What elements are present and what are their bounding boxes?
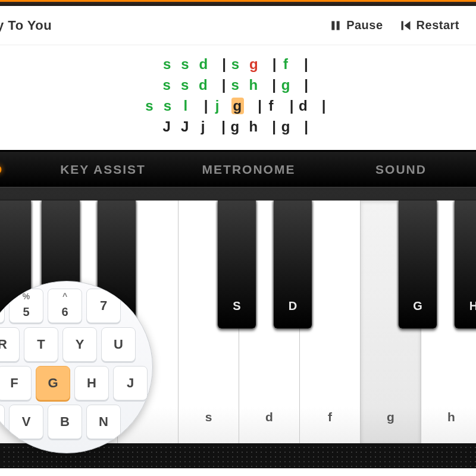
keyboard-hint-key: J [113, 366, 148, 400]
note-token: J [181, 118, 190, 135]
black-key[interactable]: H [455, 201, 476, 328]
keyboard-hint-grid: 4%5^67ERTYUDFGHJCVBN [0, 289, 148, 439]
note-token: s [163, 56, 172, 73]
header-buttons: Pause Restart [330, 18, 459, 32]
song-title: y To You [0, 18, 52, 33]
tab-metronome[interactable]: METRONOME [171, 162, 326, 177]
note-token: l [181, 98, 190, 114]
keyboard-hint-key: Y [62, 327, 97, 362]
bar-separator: | [220, 56, 229, 73]
keyboard-hint-key: H [74, 366, 109, 400]
bar-separator: | [302, 118, 311, 135]
bar-separator: | [320, 98, 328, 114]
notation-line: s s d |s g |f | [163, 56, 314, 73]
note-token: s [162, 77, 171, 93]
pause-button[interactable]: Pause [330, 18, 383, 32]
bar-separator: | [270, 56, 279, 73]
bar-separator: | [302, 77, 311, 93]
note-token: g [230, 118, 240, 135]
note-token: s [231, 56, 240, 73]
note-token: f [281, 56, 290, 73]
notation-line: s s d |s h |g | [162, 77, 313, 94]
note-token: g [281, 77, 291, 93]
keyboard-hint-key: ^6 [48, 289, 82, 323]
note-token: s [231, 77, 240, 93]
bar-separator: | [287, 98, 296, 114]
pause-label: Pause [346, 18, 383, 32]
note-token: J [162, 118, 171, 135]
note-token: d [299, 98, 308, 114]
keyboard-hint-key: U [101, 327, 136, 362]
note-token: s [145, 98, 154, 114]
keyboard-hint-row: ERTYU [0, 327, 148, 362]
notation-area: s s d |s g |f |s s d |s h |g |s s l |j g… [0, 45, 476, 150]
control-tabs: D KEY ASSIST METRONOME SOUND [0, 150, 476, 187]
note-token: j [213, 98, 222, 114]
bar-separator: | [220, 77, 228, 93]
restart-label: Restart [416, 18, 459, 32]
restart-button[interactable]: Restart [400, 18, 459, 32]
svg-rect-1 [337, 21, 340, 30]
keyboard-hint-key: T [24, 327, 58, 362]
bar-separator: | [270, 118, 279, 135]
keyboard-hint-key: V [9, 405, 43, 439]
note-token: g [231, 98, 245, 114]
black-key[interactable]: S [218, 201, 256, 328]
black-key[interactable]: D [274, 201, 312, 328]
bar-separator: | [219, 118, 228, 135]
tab-key-assist[interactable]: KEY ASSIST [35, 162, 171, 177]
svg-rect-2 [401, 21, 403, 30]
bar-separator: | [302, 56, 311, 73]
tab-sound[interactable]: SOUND [326, 162, 476, 177]
svg-rect-0 [331, 21, 334, 30]
keyboard-hint-key: B [48, 405, 82, 439]
keyboard-hint-key: R [0, 327, 20, 362]
note-token: s [181, 56, 190, 73]
notation-line: J J j |g h |g | [162, 118, 313, 136]
note-token: d [199, 56, 208, 73]
pause-icon [330, 20, 342, 32]
notation-line: s s l |j g |f |d | [145, 98, 331, 115]
window-top-strip [0, 0, 476, 6]
app-root: y To You Pause Restart s s d |s g |f |s … [0, 0, 476, 468]
bar-separator: | [202, 98, 211, 114]
tab-record[interactable]: D [0, 162, 35, 177]
keyboard-hint-key: N [86, 405, 121, 439]
keyboard-hint-row: DFGHJ [0, 366, 148, 400]
restart-icon [400, 20, 412, 32]
note-token: g [281, 118, 291, 135]
note-token: f [267, 98, 276, 114]
note-token: h [249, 118, 259, 135]
black-key[interactable]: G [399, 201, 437, 328]
note-token: d [199, 77, 208, 93]
note-token: s [181, 77, 190, 93]
note-token: s [163, 98, 172, 114]
bar-separator: | [270, 77, 279, 93]
note-token: j [199, 118, 208, 135]
note-token: h [249, 77, 259, 93]
bar-separator: | [256, 98, 265, 114]
keyboard-hint-key: F [0, 366, 32, 400]
header: y To You Pause Restart [0, 6, 476, 45]
note-token: g [249, 56, 259, 73]
keyboard-hint-key: G [36, 366, 70, 400]
